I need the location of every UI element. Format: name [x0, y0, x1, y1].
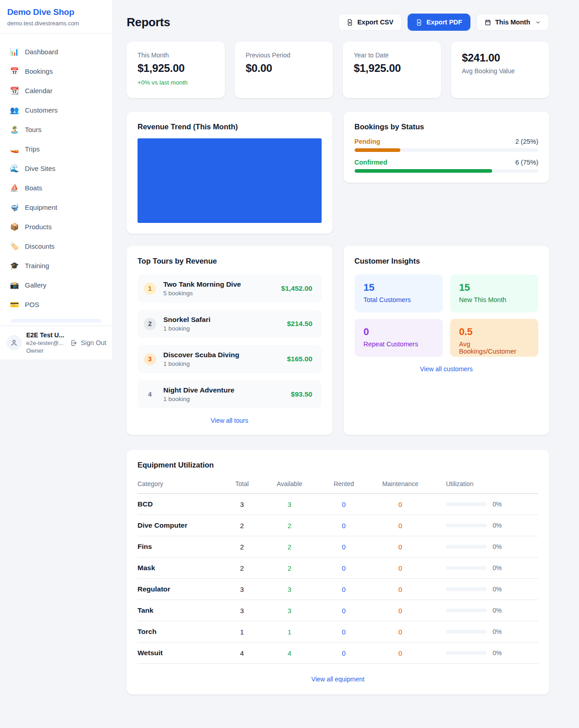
tour-list: 1 Two Tank Morning Dive5 bookings $1,452… [138, 274, 322, 408]
sidebar-item-products[interactable]: 📦Products [5, 218, 107, 235]
cell-total: 3 [222, 607, 262, 615]
graduation-cap-icon: 🎓 [10, 261, 19, 270]
utilization-pct: 0% [493, 649, 502, 657]
sidebar-item-training[interactable]: 🎓Training [5, 257, 107, 274]
utilization-bar [446, 524, 487, 527]
table-row: Wetsuit 4 4 0 0 0% [138, 643, 538, 664]
cell-total: 2 [222, 522, 262, 529]
cell-category: Regulator [138, 585, 222, 593]
status-row-pending: Pending 2 (25%) [355, 138, 539, 152]
sidebar-item-calendar[interactable]: 📆Calendar [5, 82, 107, 99]
col-available: Available [262, 480, 317, 487]
sidebar-item-label: Bookings [25, 67, 53, 75]
tile-repeat-customers: 0 Repeat Customers [355, 319, 443, 357]
cell-utilization: 0% [430, 649, 538, 657]
sidebar-item-gallery[interactable]: 📸Gallery [5, 276, 107, 293]
chevron-down-icon [535, 19, 541, 25]
header-actions: Export CSV Export PDF This Month [338, 14, 549, 31]
tile-value: 15 [459, 282, 529, 293]
table-row: Regulator 3 3 0 0 0% [138, 579, 538, 600]
status-progress-track [355, 148, 539, 152]
bookings-by-status-card: Bookings by Status Pending 2 (25%) Confi… [344, 112, 550, 183]
tile-value: 15 [364, 282, 434, 293]
utilization-pct: 0% [493, 543, 502, 550]
export-pdf-button[interactable]: Export PDF [408, 14, 470, 31]
table-row: BCD 3 3 0 0 0% [138, 494, 538, 515]
cell-available: 1 [262, 628, 317, 636]
tour-row[interactable]: 1 Two Tank Morning Dive5 bookings $1,452… [138, 274, 322, 303]
tile-label: Avg Bookings/Customer [459, 340, 529, 355]
stat-label: Avg Booking Value [462, 67, 538, 75]
cell-maintenance: 0 [371, 522, 430, 529]
sidebar-item-trips[interactable]: 🚤Trips [5, 140, 107, 157]
cell-rented: 0 [317, 522, 371, 529]
cell-available: 3 [262, 607, 317, 615]
cell-total: 2 [222, 564, 262, 572]
cell-total: 3 [222, 501, 262, 508]
cell-rented: 0 [317, 628, 371, 636]
sidebar-item-pos[interactable]: 💳POS [5, 296, 107, 313]
person-icon [10, 339, 18, 347]
tour-bookings: 1 booking [163, 396, 284, 402]
sidebar-item-label: Tours [25, 126, 42, 133]
sidebar-item-bookings[interactable]: 📅Bookings [5, 62, 107, 80]
insights-row: Top Tours by Revenue 1 Two Tank Morning … [127, 246, 549, 435]
utilization-pct: 0% [493, 607, 502, 614]
tile-label: Total Customers [364, 296, 434, 303]
cell-category: Dive Computer [138, 521, 222, 529]
sidebar-item-label: POS [25, 301, 39, 308]
export-csv-button[interactable]: Export CSV [338, 14, 402, 31]
cell-maintenance: 0 [371, 628, 430, 636]
view-all-equipment-link[interactable]: View all equipment [138, 676, 538, 683]
island-icon: 🏝️ [10, 125, 19, 134]
cell-rented: 0 [317, 501, 371, 508]
cell-utilization: 0% [430, 586, 538, 593]
sidebar-item-boats[interactable]: ⛵Boats [5, 179, 107, 196]
sidebar-item-equipment[interactable]: 🤿Equipment [5, 199, 107, 216]
sidebar-item-dive-sites[interactable]: 🌊Dive Sites [5, 160, 107, 177]
cell-maintenance: 0 [371, 543, 430, 551]
cell-category: BCD [138, 500, 222, 508]
utilization-pct: 0% [493, 501, 502, 508]
stat-card-previous-period: Previous Period $0.00 [235, 42, 333, 98]
cell-rented: 0 [317, 649, 371, 657]
wave-icon: 🌊 [10, 164, 19, 173]
tour-row[interactable]: 2 Snorkel Safari1 booking $214.50 [138, 310, 322, 338]
cell-total: 2 [222, 543, 262, 551]
sign-out-button[interactable]: Sign Out [70, 339, 106, 347]
tour-row[interactable]: 3 Discover Scuba Diving1 booking $165.00 [138, 345, 322, 373]
rank-badge: 4 [144, 388, 156, 401]
period-dropdown[interactable]: This Month [476, 14, 549, 31]
view-all-tours-link[interactable]: View all tours [138, 417, 322, 424]
cell-total: 1 [222, 628, 262, 636]
cell-available: 3 [262, 501, 317, 508]
customer-insights-title: Customer Insights [355, 257, 539, 265]
revenue-trend-card: Revenue Trend (This Month) [127, 112, 332, 234]
cell-rented: 0 [317, 586, 371, 593]
sidebar-item-discounts[interactable]: 🏷️Discounts [5, 237, 107, 255]
sidebar-item-customers[interactable]: 👥Customers [5, 101, 107, 118]
cell-available: 3 [262, 586, 317, 593]
status-label: Confirmed [355, 159, 388, 166]
charts-row: Revenue Trend (This Month) Bookings by S… [127, 112, 549, 234]
tour-row[interactable]: 4 Night Dive Adventure1 booking $93.50 [138, 380, 322, 408]
speedboat-icon: 🚤 [10, 145, 19, 153]
cell-utilization: 0% [430, 543, 538, 550]
cell-available: 2 [262, 564, 317, 572]
stat-value: $1,925.00 [138, 62, 214, 75]
status-progress-fill [355, 148, 401, 152]
view-all-customers-link[interactable]: View all customers [355, 365, 539, 373]
sidebar-item-dashboard[interactable]: 📊Dashboard [5, 43, 107, 60]
utilization-bar [446, 609, 487, 612]
cell-rented: 0 [317, 607, 371, 615]
tour-name: Two Tank Morning Dive [163, 280, 274, 288]
stat-value: $0.00 [246, 62, 322, 75]
status-count: 6 (75%) [515, 159, 538, 166]
tile-avg-bookings-customer: 0.5 Avg Bookings/Customer [450, 319, 538, 357]
sidebar-item-label: Discounts [25, 242, 55, 250]
page-header: Reports Export CSV Export PDF This Month [127, 14, 549, 31]
rank-badge: 2 [144, 318, 156, 330]
sidebar-item-tours[interactable]: 🏝️Tours [5, 121, 107, 138]
utilization-bar [446, 566, 487, 570]
sidebar-item-reports-partial[interactable] [11, 319, 102, 322]
